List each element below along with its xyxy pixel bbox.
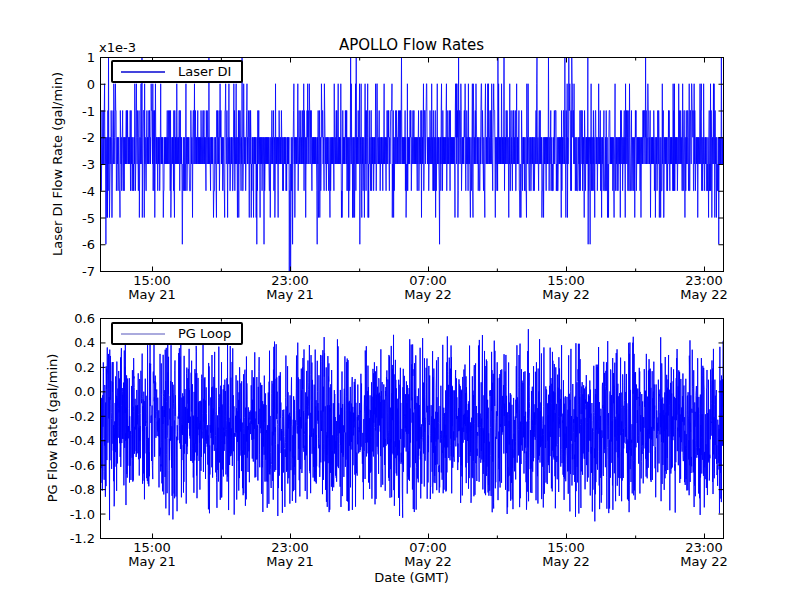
- y-tick-label: -1.2: [55, 531, 95, 546]
- x-tick-label: 15:00May 21: [128, 274, 176, 302]
- figure: APOLLO Flow Rates x1e-3 Laser DI Flow Ra…: [0, 0, 800, 600]
- x-tick-time: 23:00: [685, 273, 722, 288]
- x-tick-time: 15:00: [133, 273, 170, 288]
- y-tick-label: -4: [55, 183, 95, 198]
- x-tick-time: 07:00: [409, 540, 446, 555]
- legend-line-sample-laser-di: [121, 71, 165, 73]
- x-tick-date: May 22: [542, 287, 590, 302]
- y-tick-label: -2: [55, 130, 95, 145]
- y-tick-label: 0.2: [55, 359, 95, 374]
- legend-pg-loop: PG Loop: [111, 322, 243, 345]
- x-tick-label: 15:00May 22: [542, 541, 590, 569]
- pg-loop-plot-canvas: [100, 318, 724, 539]
- legend-label-laser-di: Laser DI: [178, 64, 231, 79]
- x-tick-label: 07:00May 22: [404, 541, 452, 569]
- y-tick-label: 0.4: [55, 335, 95, 350]
- chart-title: APOLLO Flow Rates: [100, 36, 723, 54]
- y-tick-label: 0.0: [55, 384, 95, 399]
- y-tick-label: -7: [55, 264, 95, 279]
- legend-laser-di: Laser DI: [111, 60, 243, 83]
- x-tick-label: 23:00May 22: [680, 541, 728, 569]
- y-tick-label: 0: [55, 76, 95, 91]
- legend-line-sample-pg-loop: [121, 333, 165, 335]
- x-tick-label: 15:00May 21: [128, 541, 176, 569]
- y-tick-label: -3: [55, 157, 95, 172]
- legend-label-pg-loop: PG Loop: [178, 326, 231, 341]
- y-tick-label: -0.8: [55, 482, 95, 497]
- y-tick-label: 0.6: [55, 311, 95, 326]
- y-tick-label: -0.4: [55, 433, 95, 448]
- y-tick-label: -0.6: [55, 457, 95, 472]
- x-tick-time: 15:00: [133, 540, 170, 555]
- x-tick-date: May 21: [266, 287, 314, 302]
- x-tick-date: May 21: [266, 554, 314, 569]
- series-line-pg-loop: [100, 329, 723, 521]
- x-tick-label: 23:00May 21: [266, 541, 314, 569]
- x-tick-label: 07:00May 22: [404, 274, 452, 302]
- y-axis-offset-text: x1e-3: [99, 40, 136, 55]
- x-tick-time: 23:00: [271, 273, 308, 288]
- x-tick-date: May 22: [404, 287, 452, 302]
- x-tick-time: 15:00: [547, 540, 584, 555]
- y-tick-label: -5: [55, 210, 95, 225]
- x-tick-date: May 21: [128, 554, 176, 569]
- y-tick-label: -0.2: [55, 408, 95, 423]
- x-tick-time: 23:00: [685, 540, 722, 555]
- x-tick-date: May 22: [404, 554, 452, 569]
- y-tick-label: -1: [55, 103, 95, 118]
- x-tick-date: May 22: [680, 287, 728, 302]
- laser-di-plot-canvas: [100, 57, 724, 272]
- y-tick-label: -6: [55, 237, 95, 252]
- x-axis-label: Date (GMT): [100, 570, 723, 585]
- y-axis-label-pg: PG Flow Rate (gal/min): [45, 354, 60, 503]
- x-tick-time: 07:00: [409, 273, 446, 288]
- x-tick-label: 15:00May 22: [542, 274, 590, 302]
- series-line-laser-di: [100, 57, 723, 271]
- x-tick-date: May 22: [680, 554, 728, 569]
- y-tick-label: 1: [55, 50, 95, 65]
- x-tick-time: 23:00: [271, 540, 308, 555]
- x-tick-time: 15:00: [547, 273, 584, 288]
- x-tick-date: May 22: [542, 554, 590, 569]
- x-tick-date: May 21: [128, 287, 176, 302]
- y-tick-label: -1.0: [55, 506, 95, 521]
- x-tick-label: 23:00May 21: [266, 274, 314, 302]
- x-tick-label: 23:00May 22: [680, 274, 728, 302]
